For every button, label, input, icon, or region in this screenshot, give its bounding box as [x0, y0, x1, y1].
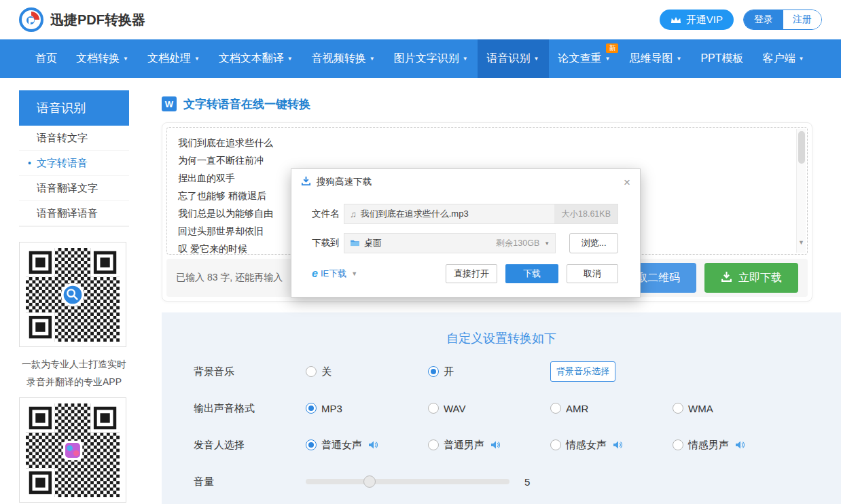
- chevron-down-icon: ▼: [463, 56, 468, 62]
- open-directly-button[interactable]: 直接打开: [446, 264, 497, 283]
- nav-item-mindmap[interactable]: 思维导图▼: [620, 39, 691, 78]
- voice-option-female-emotion[interactable]: 情感女声: [550, 439, 673, 452]
- main-nav: 首页 文档转换▼ 文档处理▼ 文档文本翻译▼ 音视频转换▼ 图片文字识别▼ 语音…: [0, 39, 841, 78]
- filename-input[interactable]: ♫ 我们到底在追求些什么.mp3 大小18.61KB: [344, 204, 618, 224]
- voice-option-male-normal[interactable]: 普通男声: [428, 439, 550, 452]
- scrollbar-down-arrow-icon[interactable]: ▼: [797, 234, 806, 251]
- download-now-button[interactable]: 立即下载: [704, 263, 798, 293]
- sidebar-menu: 语音转文字 •文字转语音 语音翻译文字 语音翻译语音: [19, 126, 129, 227]
- text-line: 为何一直不断往前冲: [178, 151, 796, 169]
- chevron-down-icon: ▼: [799, 56, 804, 62]
- char-count-text: 已输入 83 字, 还能再输入: [176, 272, 283, 284]
- dialog-download-button[interactable]: 下载: [505, 264, 558, 283]
- radio-icon: [428, 403, 439, 414]
- auth-buttons: 登录 注册: [743, 10, 822, 30]
- nav-item-home[interactable]: 首页: [26, 39, 67, 78]
- sidebar: 语音识别 语音转文字 •文字转语音 语音翻译文字 语音翻译语音: [19, 90, 129, 503]
- scrollbar-thumb[interactable]: [798, 131, 805, 164]
- settings-title: 自定义设置转换如下: [162, 312, 841, 346]
- brand-logo-icon: [19, 7, 43, 32]
- settings-panel: 自定义设置转换如下 背景音乐 关 开 背景音乐选择 输出声音格式 MP3 WAV…: [162, 312, 841, 504]
- nav-item-speech-recognition[interactable]: 语音识别▼: [478, 39, 549, 78]
- nav-item-av-convert[interactable]: 音视频转换▼: [302, 39, 384, 78]
- chevron-down-icon: ▼: [370, 56, 375, 62]
- nav-item-ocr[interactable]: 图片文字识别▼: [384, 39, 478, 78]
- top-header: 迅捷PDF转换器 开通VIP 登录 注册: [0, 0, 841, 39]
- brand-name: 迅捷PDF转换器: [50, 11, 145, 29]
- text-line: 我们到底在追求些什么: [178, 134, 796, 151]
- voice-option-male-emotion[interactable]: 情感男声: [673, 439, 795, 452]
- qr-code-app-2: [19, 397, 126, 503]
- page: 迅捷PDF转换器 开通VIP 登录 注册 首页 文档转换▼ 文档处理▼ 文档文本…: [0, 0, 841, 504]
- destination-dropdown[interactable]: 桌面 剩余130GB ▼: [344, 233, 556, 253]
- nav-item-doc-translate[interactable]: 文档文本翻译▼: [209, 39, 302, 78]
- format-row: 输出声音格式 MP3 WAV AMR WMA: [162, 390, 841, 427]
- remaining-space-text: 剩余130GB: [496, 238, 539, 249]
- filename-row: 文件名 ♫ 我们到底在追求些什么.mp3 大小18.61KB: [312, 204, 618, 224]
- chevron-down-icon: ▼: [676, 56, 681, 62]
- radio-icon: [306, 439, 317, 450]
- format-option-wma[interactable]: WMA: [673, 403, 795, 414]
- audio-file-icon: ♫: [350, 209, 357, 219]
- login-button[interactable]: 登录: [744, 10, 783, 29]
- new-badge: 新: [606, 43, 618, 53]
- register-button[interactable]: 注册: [783, 10, 821, 29]
- bullet-icon: •: [28, 158, 31, 168]
- bgm-option-on[interactable]: 开: [428, 365, 550, 378]
- speaker-icon[interactable]: [735, 441, 745, 449]
- bgm-label: 背景音乐: [194, 365, 306, 378]
- radio-icon: [550, 403, 561, 414]
- ie-icon: e: [312, 268, 318, 280]
- page-title-row: W 文字转语音在线一键转换: [162, 90, 812, 118]
- speaker-icon[interactable]: [613, 441, 622, 449]
- radio-icon: [428, 366, 439, 377]
- dialog-footer: e IE下载 ▼ 直接打开 下载 取消: [312, 264, 618, 283]
- destination-value: 桌面: [364, 237, 382, 249]
- radio-icon: [428, 439, 439, 450]
- close-icon[interactable]: ×: [624, 177, 630, 188]
- volume-value: 5: [524, 476, 530, 488]
- bgm-option-off[interactable]: 关: [306, 365, 428, 378]
- sidebar-item-text-to-speech[interactable]: •文字转语音: [19, 151, 129, 176]
- downloadto-label: 下载到: [312, 237, 344, 249]
- open-vip-button[interactable]: 开通VIP: [660, 10, 734, 30]
- dialog-title: 搜狗高速下载: [317, 176, 372, 188]
- voice-row: 发音人选择 普通女声 普通男声 情感女声 情感男声: [162, 427, 841, 463]
- speaker-icon[interactable]: [368, 441, 378, 449]
- nav-item-ppt-template[interactable]: PPT模板: [691, 39, 753, 78]
- cancel-button[interactable]: 取消: [567, 264, 618, 283]
- volume-slider[interactable]: [306, 479, 509, 484]
- nav-item-doc-convert[interactable]: 文档转换▼: [67, 39, 138, 78]
- chevron-down-icon: ▼: [123, 56, 128, 62]
- volume-row: 音量 5: [162, 463, 841, 500]
- downloadto-row: 下载到 桌面 剩余130GB ▼ 浏览...: [312, 233, 618, 253]
- voice-option-female-normal[interactable]: 普通女声: [306, 439, 428, 452]
- qr-caption: 一款为专业人士打造实时 录音并翻译的专业APP: [19, 355, 129, 391]
- speaker-icon[interactable]: [490, 441, 500, 449]
- crown-icon: [670, 14, 681, 26]
- nav-item-client[interactable]: 客户端▼: [753, 39, 814, 78]
- textarea-scrollbar[interactable]: ▼: [796, 129, 806, 253]
- bgm-select-button[interactable]: 背景音乐选择: [550, 361, 615, 382]
- ie-download-toggle[interactable]: e IE下载 ▼: [312, 268, 357, 280]
- sidebar-item-speech-to-text[interactable]: 语音转文字: [19, 126, 129, 151]
- sidebar-item-speech-translate-speech[interactable]: 语音翻译语音: [19, 201, 129, 226]
- format-option-mp3[interactable]: MP3: [306, 403, 428, 414]
- sidebar-title: 语音识别: [19, 90, 129, 126]
- volume-slider-thumb[interactable]: [363, 475, 376, 488]
- volume-label: 音量: [194, 475, 306, 488]
- nav-item-doc-process[interactable]: 文档处理▼: [138, 39, 209, 78]
- dialog-header: 搜狗高速下载 ×: [291, 169, 640, 195]
- radio-icon: [306, 403, 317, 414]
- chevron-down-icon: ▼: [351, 270, 357, 277]
- sidebar-item-speech-translate-text[interactable]: 语音翻译文字: [19, 176, 129, 201]
- chevron-down-icon: ▼: [194, 56, 200, 62]
- format-option-amr[interactable]: AMR: [550, 403, 673, 414]
- chevron-down-icon: ▼: [534, 56, 539, 62]
- radio-icon: [306, 366, 317, 377]
- filesize-text: 大小18.61KB: [554, 204, 618, 223]
- nav-item-paper-check[interactable]: 论文查重▼新: [549, 39, 620, 78]
- format-option-wav[interactable]: WAV: [428, 403, 550, 414]
- word-doc-icon: W: [162, 96, 177, 111]
- browse-button[interactable]: 浏览...: [569, 233, 618, 253]
